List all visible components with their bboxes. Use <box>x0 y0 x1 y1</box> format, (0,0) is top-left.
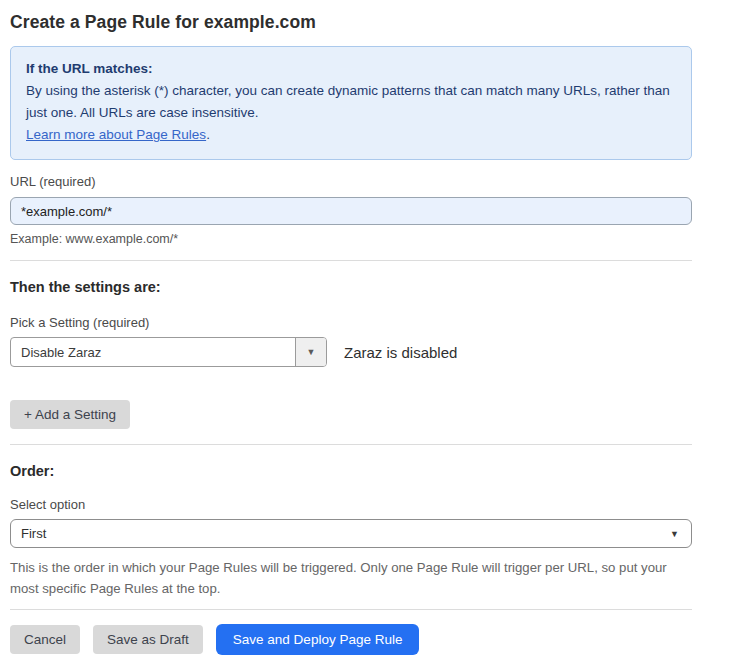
order-select-value: First <box>21 526 46 541</box>
info-box-link-line: Learn more about Page Rules. <box>26 124 676 146</box>
link-suffix: . <box>206 127 210 142</box>
dropdown-arrow-icon[interactable]: ▼ <box>295 338 326 366</box>
url-label: URL (required) <box>10 174 692 189</box>
learn-more-link[interactable]: Learn more about Page Rules <box>26 127 206 142</box>
setting-row: Disable Zaraz ▼ Zaraz is disabled <box>10 337 692 367</box>
footer-actions: Cancel Save as Draft Save and Deploy Pag… <box>10 624 692 655</box>
order-heading: Order: <box>10 463 692 479</box>
url-input[interactable] <box>10 197 692 225</box>
divider <box>10 260 692 261</box>
caret-down-icon: ▼ <box>670 529 679 539</box>
add-setting-button[interactable]: + Add a Setting <box>10 400 130 429</box>
url-example-hint: Example: www.example.com/* <box>10 232 692 246</box>
page-title: Create a Page Rule for example.com <box>10 12 692 33</box>
save-draft-button[interactable]: Save as Draft <box>93 625 203 654</box>
order-select-label: Select option <box>10 497 692 512</box>
setting-status-text: Zaraz is disabled <box>344 344 457 361</box>
pick-setting-label: Pick a Setting (required) <box>10 315 692 330</box>
settings-heading: Then the settings are: <box>10 279 692 295</box>
divider <box>10 444 692 445</box>
url-match-info-box: If the URL matches: By using the asteris… <box>10 46 692 160</box>
order-select[interactable]: First ▼ <box>10 519 692 548</box>
save-deploy-button[interactable]: Save and Deploy Page Rule <box>216 624 420 655</box>
order-help-text: This is the order in which your Page Rul… <box>10 557 680 599</box>
setting-select-value: Disable Zaraz <box>11 338 295 366</box>
page-rule-form: Create a Page Rule for example.com If th… <box>10 12 692 655</box>
cancel-button[interactable]: Cancel <box>10 625 80 654</box>
info-box-heading: If the URL matches: <box>26 58 676 80</box>
divider <box>10 609 692 610</box>
info-box-body: By using the asterisk (*) character, you… <box>26 80 671 124</box>
setting-select[interactable]: Disable Zaraz ▼ <box>10 337 327 367</box>
